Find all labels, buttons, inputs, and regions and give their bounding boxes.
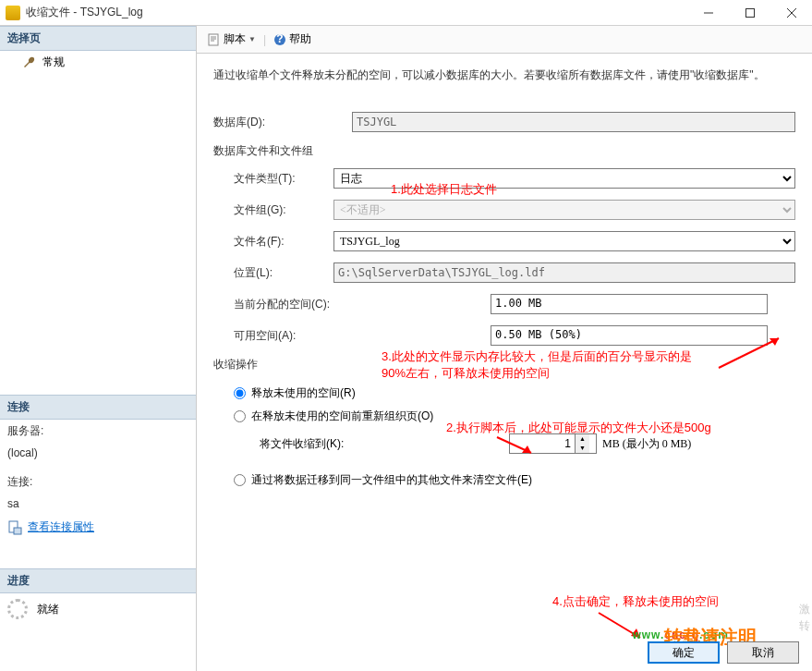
description-text: 通过收缩单个文件释放未分配的空间，可以减小数据库的大小。若要收缩所有数据库文件，… — [213, 67, 795, 84]
available-value: 0.50 MB (50%) — [491, 325, 768, 346]
radio-release-unused[interactable] — [234, 387, 246, 399]
database-label: 数据库(D): — [213, 115, 352, 130]
group-files-header: 数据库文件和文件组 — [213, 143, 795, 159]
cancel-button[interactable]: 取消 — [727, 641, 799, 664]
view-connection-props-link[interactable]: 查看连接属性 — [28, 519, 94, 535]
spin-down-icon[interactable]: ▼ — [576, 444, 589, 453]
progress-status: 就绪 — [37, 602, 59, 617]
script-icon — [208, 33, 221, 46]
activate-hint: 激转 — [799, 601, 810, 634]
toolbar: 脚本 ▼ | ? 帮助 — [197, 26, 812, 54]
nav-general[interactable]: 常规 — [0, 51, 196, 74]
location-label: 位置(L): — [213, 265, 333, 281]
script-label: 脚本 — [224, 31, 246, 47]
radio-reorganize[interactable] — [234, 410, 246, 422]
conn-label: 连接: — [0, 470, 196, 494]
mb-hint: MB (最小为 0 MB) — [602, 436, 691, 452]
conn-value: sa — [0, 494, 196, 514]
radio-reorganize-label: 在释放未使用的空间前重新组织页(O) — [251, 409, 433, 424]
filegroup-select: <不适用> — [333, 200, 795, 220]
ok-button[interactable]: 确定 — [648, 641, 720, 664]
database-field — [352, 112, 795, 132]
wrench-icon — [22, 55, 37, 70]
shrink-to-label: 将文件收缩到(K): — [260, 436, 509, 452]
svg-rect-5 — [14, 528, 21, 534]
shrink-to-input[interactable] — [510, 435, 575, 452]
nav-general-label: 常规 — [42, 55, 65, 70]
title-bar: 收缩文件 - TSJYGL_log — [0, 0, 812, 26]
spin-up-icon[interactable]: ▲ — [576, 434, 589, 444]
filetype-label: 文件类型(T): — [213, 171, 333, 187]
server-value: (local) — [0, 443, 196, 463]
help-button[interactable]: ? 帮助 — [270, 30, 315, 49]
script-button[interactable]: 脚本 ▼ — [204, 30, 260, 49]
svg-rect-1 — [745, 8, 754, 17]
help-icon: ? — [273, 33, 286, 46]
allocated-label: 当前分配的空间(C): — [213, 297, 491, 312]
shrink-to-spinner[interactable]: ▲ ▼ — [509, 433, 597, 454]
select-page-header: 选择页 — [0, 26, 196, 51]
filename-label: 文件名(F): — [213, 234, 333, 250]
close-button[interactable] — [770, 0, 812, 26]
right-panel: 脚本 ▼ | ? 帮助 通过收缩单个文件释放未分配的空间，可以减小数据库的大小。… — [197, 26, 812, 671]
filetype-select[interactable]: 日志 — [333, 168, 795, 189]
server-label: 服务器: — [0, 420, 196, 443]
help-label: 帮助 — [289, 31, 311, 47]
properties-icon — [7, 520, 22, 535]
available-label: 可用空间(A): — [213, 328, 491, 344]
location-field — [333, 262, 795, 283]
annotation-4: 4.点击确定，释放未使用的空间 — [552, 593, 719, 610]
progress-spinner-icon — [7, 599, 28, 619]
filename-select[interactable]: TSJYGL_log — [333, 231, 795, 251]
maximize-button[interactable] — [729, 0, 770, 26]
connection-header: 连接 — [0, 395, 196, 420]
dialog-footer: 确定 取消 — [197, 634, 812, 671]
radio-release-unused-label: 释放未使用的空间(R) — [251, 385, 356, 401]
window-controls — [687, 0, 812, 26]
left-panel: 选择页 常规 连接 服务器: (local) 连接: sa 查看连接属性 进度 … — [0, 26, 197, 671]
svg-rect-6 — [209, 34, 218, 45]
radio-empty-file[interactable] — [234, 474, 246, 486]
database-icon — [6, 6, 20, 20]
svg-text:?: ? — [276, 33, 283, 45]
allocated-value: 1.00 MB — [491, 294, 768, 314]
chevron-down-icon: ▼ — [248, 35, 256, 43]
filegroup-label: 文件组(G): — [213, 202, 333, 218]
minimize-button[interactable] — [687, 0, 729, 26]
progress-header: 进度 — [0, 568, 196, 593]
window-title: 收缩文件 - TSJYGL_log — [26, 5, 687, 20]
shrink-ops-header: 收缩操作 — [213, 357, 795, 372]
radio-empty-file-label: 通过将数据迁移到同一文件组中的其他文件来清空文件(E) — [251, 472, 532, 488]
